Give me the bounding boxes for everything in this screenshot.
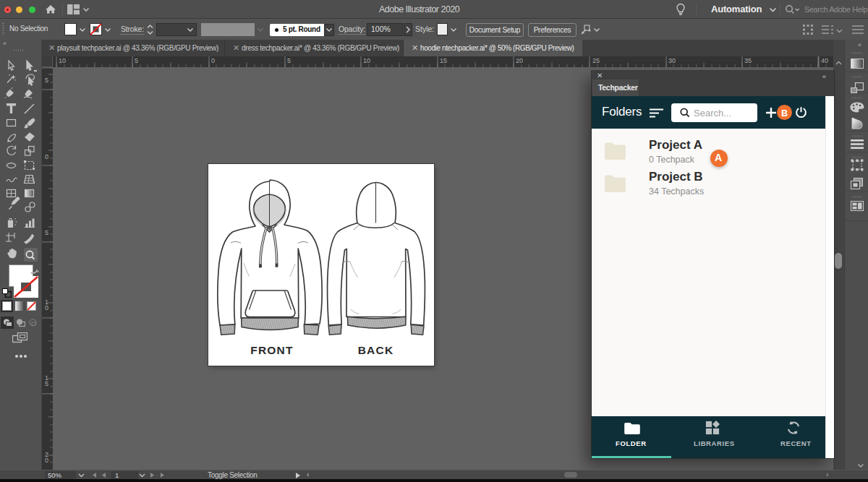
- svg-text:BACK: BACK: [358, 344, 394, 356]
- svg-text:FRONT: FRONT: [250, 344, 293, 356]
